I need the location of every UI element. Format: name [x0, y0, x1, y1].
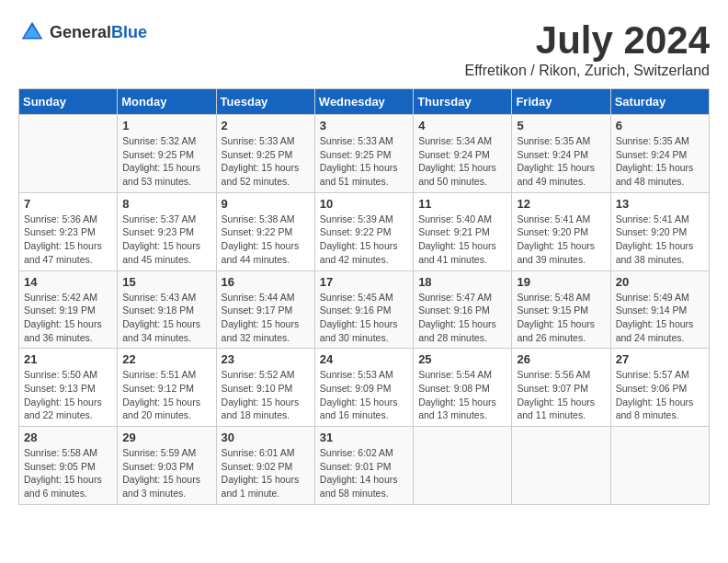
day-number: 6 — [616, 119, 704, 132]
day-number: 11 — [418, 197, 506, 211]
logo-blue: Blue — [111, 23, 147, 41]
day-info: Sunrise: 5:49 AM Sunset: 9:14 PM Dayligh… — [616, 291, 704, 345]
calendar-cell: 17Sunrise: 5:45 AM Sunset: 9:16 PM Dayli… — [314, 270, 413, 349]
calendar-cell: 6Sunrise: 5:35 AM Sunset: 9:24 PM Daylig… — [610, 115, 709, 193]
calendar-cell: 15Sunrise: 5:43 AM Sunset: 9:18 PM Dayli… — [118, 270, 216, 349]
calendar-cell: 7Sunrise: 5:36 AM Sunset: 9:23 PM Daylig… — [19, 192, 118, 270]
main-title: July 2024 — [465, 18, 710, 63]
header-day-saturday: Saturday — [610, 89, 709, 115]
calendar-header-row: SundayMondayTuesdayWednesdayThursdayFrid… — [19, 89, 710, 115]
day-number: 5 — [517, 119, 605, 132]
day-info: Sunrise: 5:35 AM Sunset: 9:24 PM Dayligh… — [517, 134, 605, 189]
day-info: Sunrise: 5:59 AM Sunset: 9:03 PM Dayligh… — [122, 446, 210, 500]
header-day-wednesday: Wednesday — [314, 89, 413, 115]
logo-text: GeneralBlue — [50, 23, 147, 42]
calendar-cell: 22Sunrise: 5:51 AM Sunset: 9:12 PM Dayli… — [118, 349, 216, 427]
calendar-cell: 31Sunrise: 6:02 AM Sunset: 9:01 PM Dayli… — [314, 427, 413, 505]
header: GeneralBlue July 2024 Effretikon / Rikon… — [18, 18, 710, 79]
day-number: 7 — [24, 197, 112, 211]
calendar-cell: 27Sunrise: 5:57 AM Sunset: 9:06 PM Dayli… — [610, 349, 709, 427]
subtitle: Effretikon / Rikon, Zurich, Switzerland — [465, 63, 710, 79]
day-number: 13 — [616, 197, 704, 211]
calendar-table: SundayMondayTuesdayWednesdayThursdayFrid… — [18, 88, 710, 505]
calendar-week-row: 14Sunrise: 5:42 AM Sunset: 9:19 PM Dayli… — [19, 270, 710, 349]
day-info: Sunrise: 5:47 AM Sunset: 9:16 PM Dayligh… — [418, 291, 506, 345]
calendar-cell: 12Sunrise: 5:41 AM Sunset: 9:20 PM Dayli… — [512, 192, 610, 270]
day-info: Sunrise: 6:01 AM Sunset: 9:02 PM Dayligh… — [222, 446, 310, 500]
day-number: 22 — [122, 352, 210, 366]
day-info: Sunrise: 5:34 AM Sunset: 9:24 PM Dayligh… — [418, 134, 506, 189]
day-number: 14 — [24, 275, 112, 289]
day-info: Sunrise: 5:33 AM Sunset: 9:25 PM Dayligh… — [222, 134, 310, 189]
day-info: Sunrise: 6:02 AM Sunset: 9:01 PM Dayligh… — [320, 446, 408, 500]
day-number: 9 — [222, 197, 310, 211]
day-number: 30 — [222, 431, 310, 444]
calendar-cell: 28Sunrise: 5:58 AM Sunset: 9:05 PM Dayli… — [19, 427, 118, 505]
calendar-cell: 25Sunrise: 5:54 AM Sunset: 9:08 PM Dayli… — [414, 349, 512, 427]
calendar-cell: 20Sunrise: 5:49 AM Sunset: 9:14 PM Dayli… — [610, 270, 709, 349]
calendar-cell: 24Sunrise: 5:53 AM Sunset: 9:09 PM Dayli… — [314, 349, 413, 427]
header-day-tuesday: Tuesday — [216, 89, 314, 115]
calendar-cell: 9Sunrise: 5:38 AM Sunset: 9:22 PM Daylig… — [216, 192, 314, 270]
day-number: 2 — [222, 119, 310, 132]
calendar-cell: 30Sunrise: 6:01 AM Sunset: 9:02 PM Dayli… — [216, 427, 314, 505]
day-number: 16 — [222, 275, 310, 289]
day-number: 25 — [418, 352, 506, 366]
day-number: 15 — [122, 275, 210, 289]
calendar-cell: 8Sunrise: 5:37 AM Sunset: 9:23 PM Daylig… — [118, 192, 216, 270]
day-info: Sunrise: 5:36 AM Sunset: 9:23 PM Dayligh… — [24, 213, 112, 267]
day-info: Sunrise: 5:37 AM Sunset: 9:23 PM Dayligh… — [122, 213, 210, 267]
calendar-cell: 2Sunrise: 5:33 AM Sunset: 9:25 PM Daylig… — [216, 115, 314, 193]
calendar-cell — [414, 427, 512, 505]
day-number: 17 — [320, 275, 408, 289]
calendar-cell: 16Sunrise: 5:44 AM Sunset: 9:17 PM Dayli… — [216, 270, 314, 349]
day-info: Sunrise: 5:44 AM Sunset: 9:17 PM Dayligh… — [222, 291, 310, 345]
calendar-cell: 14Sunrise: 5:42 AM Sunset: 9:19 PM Dayli… — [19, 270, 118, 349]
day-number: 24 — [320, 352, 408, 366]
day-info: Sunrise: 5:58 AM Sunset: 9:05 PM Dayligh… — [24, 446, 112, 500]
day-info: Sunrise: 5:51 AM Sunset: 9:12 PM Dayligh… — [122, 368, 210, 422]
calendar-cell: 18Sunrise: 5:47 AM Sunset: 9:16 PM Dayli… — [414, 270, 512, 349]
day-info: Sunrise: 5:33 AM Sunset: 9:25 PM Dayligh… — [320, 134, 408, 189]
calendar-cell: 4Sunrise: 5:34 AM Sunset: 9:24 PM Daylig… — [414, 115, 512, 193]
day-number: 19 — [517, 275, 605, 289]
day-info: Sunrise: 5:54 AM Sunset: 9:08 PM Dayligh… — [418, 368, 506, 422]
calendar-cell: 26Sunrise: 5:56 AM Sunset: 9:07 PM Dayli… — [512, 349, 610, 427]
day-number: 4 — [418, 119, 506, 132]
calendar-cell: 10Sunrise: 5:39 AM Sunset: 9:22 PM Dayli… — [314, 192, 413, 270]
day-info: Sunrise: 5:40 AM Sunset: 9:21 PM Dayligh… — [418, 213, 506, 267]
day-number: 8 — [122, 197, 210, 211]
day-info: Sunrise: 5:50 AM Sunset: 9:13 PM Dayligh… — [24, 368, 112, 422]
calendar-week-row: 21Sunrise: 5:50 AM Sunset: 9:13 PM Dayli… — [19, 349, 710, 427]
calendar-week-row: 1Sunrise: 5:32 AM Sunset: 9:25 PM Daylig… — [19, 115, 710, 193]
title-area: July 2024 Effretikon / Rikon, Zurich, Sw… — [465, 18, 710, 79]
header-day-thursday: Thursday — [414, 89, 512, 115]
calendar-cell — [512, 427, 610, 505]
day-info: Sunrise: 5:41 AM Sunset: 9:20 PM Dayligh… — [616, 213, 704, 267]
day-info: Sunrise: 5:48 AM Sunset: 9:15 PM Dayligh… — [517, 291, 605, 345]
day-number: 3 — [320, 119, 408, 132]
day-number: 29 — [122, 431, 210, 444]
calendar-week-row: 7Sunrise: 5:36 AM Sunset: 9:23 PM Daylig… — [19, 192, 710, 270]
logo: GeneralBlue — [18, 18, 147, 46]
day-info: Sunrise: 5:45 AM Sunset: 9:16 PM Dayligh… — [320, 291, 408, 345]
day-number: 21 — [24, 352, 112, 366]
day-info: Sunrise: 5:57 AM Sunset: 9:06 PM Dayligh… — [616, 368, 704, 422]
logo-general: General — [50, 23, 111, 41]
day-number: 26 — [517, 352, 605, 366]
calendar-cell: 5Sunrise: 5:35 AM Sunset: 9:24 PM Daylig… — [512, 115, 610, 193]
day-number: 27 — [616, 352, 704, 366]
header-day-sunday: Sunday — [19, 89, 118, 115]
day-info: Sunrise: 5:39 AM Sunset: 9:22 PM Dayligh… — [320, 213, 408, 267]
calendar-week-row: 28Sunrise: 5:58 AM Sunset: 9:05 PM Dayli… — [19, 427, 710, 505]
calendar-cell: 11Sunrise: 5:40 AM Sunset: 9:21 PM Dayli… — [414, 192, 512, 270]
day-info: Sunrise: 5:35 AM Sunset: 9:24 PM Dayligh… — [616, 134, 704, 189]
header-day-monday: Monday — [118, 89, 216, 115]
day-info: Sunrise: 5:41 AM Sunset: 9:20 PM Dayligh… — [517, 213, 605, 267]
day-info: Sunrise: 5:43 AM Sunset: 9:18 PM Dayligh… — [122, 291, 210, 345]
calendar-cell — [610, 427, 709, 505]
day-number: 18 — [418, 275, 506, 289]
day-info: Sunrise: 5:52 AM Sunset: 9:10 PM Dayligh… — [222, 368, 310, 422]
day-info: Sunrise: 5:56 AM Sunset: 9:07 PM Dayligh… — [517, 368, 605, 422]
day-info: Sunrise: 5:42 AM Sunset: 9:19 PM Dayligh… — [24, 291, 112, 345]
